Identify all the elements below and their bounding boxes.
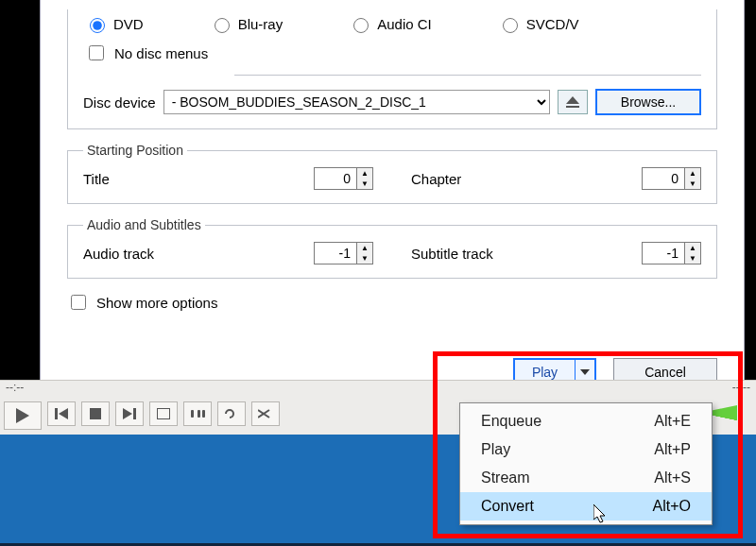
menu-enqueue-label: Enqueue [481, 413, 541, 430]
svg-marker-4 [123, 408, 132, 419]
menu-stream[interactable]: Stream Alt+S [460, 464, 712, 492]
menu-enqueue-accel: Alt+E [654, 413, 691, 430]
chapter-spinner[interactable]: ▲▼ [642, 167, 701, 190]
audio-subtitles-group: Audio and Subtitles Audio track ▲▼ Subti… [67, 217, 717, 279]
time-total: --:-- [732, 381, 750, 398]
show-more-input[interactable] [71, 295, 86, 310]
svg-marker-9 [580, 369, 590, 375]
browse-button[interactable]: Browse... [595, 89, 701, 115]
chevron-down-icon [580, 369, 590, 375]
no-disc-menus-input[interactable] [89, 45, 104, 60]
audio-up[interactable]: ▲ [357, 243, 372, 253]
radio-dvd-label: DVD [113, 16, 144, 32]
no-disc-menus-checkbox[interactable]: No disc menus [83, 43, 701, 63]
audio-subtitles-legend: Audio and Subtitles [83, 217, 205, 232]
next-track-button[interactable] [115, 401, 144, 426]
play-button-toolbar[interactable] [4, 401, 42, 430]
radio-dvd-input[interactable] [90, 18, 105, 33]
radio-svcd[interactable]: SVCD/V [498, 15, 579, 33]
eject-button[interactable] [558, 90, 588, 114]
audio-down[interactable]: ▼ [357, 253, 372, 264]
show-more-options-checkbox[interactable]: Show more options [67, 292, 717, 313]
chapter-up[interactable]: ▲ [685, 168, 700, 179]
radio-audiocd[interactable]: Audio CI [349, 15, 432, 33]
fullscreen-button[interactable] [149, 401, 178, 426]
prev-track-button[interactable] [47, 401, 76, 426]
loop-button[interactable] [217, 401, 246, 426]
play-dropdown-menu: Enqueue Alt+E Play Alt+P Stream Alt+S Co… [459, 402, 713, 525]
svg-rect-5 [133, 408, 136, 419]
radio-bluray-input[interactable] [215, 18, 230, 33]
disc-device-label: Disc device [83, 94, 156, 111]
eject-icon [565, 95, 580, 109]
disc-selection-group: DVD Blu-ray Audio CI SVCD/V No disc menu… [67, 9, 717, 129]
radio-audiocd-label: Audio CI [377, 16, 432, 32]
menu-play[interactable]: Play Alt+P [460, 435, 712, 464]
chapter-label: Chapter [411, 171, 461, 187]
audio-track-spinner[interactable]: ▲▼ [314, 242, 373, 264]
radio-bluray-label: Blu-ray [238, 16, 284, 32]
title-down[interactable]: ▼ [357, 179, 372, 189]
disc-device-select[interactable]: - BOSOM_BUDDIES_SEASON_2_DISC_1 [163, 90, 550, 114]
no-disc-menus-label: No disc menus [114, 45, 208, 61]
svg-rect-1 [55, 408, 58, 419]
menu-stream-label: Stream [481, 469, 530, 486]
title-up[interactable]: ▲ [357, 168, 372, 179]
playlist-button[interactable] [183, 401, 212, 426]
svg-rect-6 [157, 408, 170, 419]
open-media-dialog: DVD Blu-ray Audio CI SVCD/V No disc menu… [40, 0, 745, 399]
svg-marker-7 [566, 96, 579, 104]
title-input[interactable] [315, 168, 356, 189]
radio-svcd-input[interactable] [503, 18, 518, 33]
subtitle-track-input[interactable] [643, 243, 684, 264]
starting-position-group: Starting Position Title ▲▼ Chapter ▲▼ [67, 143, 717, 204]
radio-svcd-label: SVCD/V [526, 16, 579, 32]
menu-play-label: Play [481, 441, 510, 458]
chapter-down[interactable]: ▼ [685, 179, 700, 189]
svg-marker-0 [16, 408, 29, 423]
menu-convert[interactable]: Convert Alt+O [460, 492, 712, 520]
svg-marker-10 [593, 504, 605, 522]
starting-position-legend: Starting Position [83, 143, 187, 158]
subtitle-track-label: Subtitle track [411, 246, 493, 262]
subtitle-track-spinner[interactable]: ▲▼ [642, 242, 701, 264]
mouse-cursor [593, 504, 610, 525]
random-button[interactable] [251, 401, 280, 426]
svg-rect-3 [90, 408, 101, 419]
show-more-label: Show more options [96, 295, 217, 311]
title-label: Title [83, 171, 110, 187]
chapter-input[interactable] [643, 168, 684, 189]
svg-marker-2 [59, 408, 68, 419]
time-elapsed: --:-- [6, 381, 24, 398]
radio-bluray[interactable]: Blu-ray [210, 15, 284, 33]
stop-button[interactable] [81, 401, 110, 426]
menu-stream-accel: Alt+S [654, 469, 691, 486]
svg-rect-8 [566, 106, 579, 108]
subtitle-down[interactable]: ▼ [685, 253, 700, 264]
menu-convert-accel: Alt+O [653, 498, 691, 515]
menu-enqueue[interactable]: Enqueue Alt+E [460, 407, 712, 435]
audio-track-label: Audio track [83, 246, 154, 262]
audio-track-input[interactable] [315, 243, 356, 264]
menu-convert-label: Convert [481, 498, 534, 515]
radio-dvd[interactable]: DVD [85, 15, 144, 33]
menu-play-accel: Alt+P [654, 441, 691, 458]
subtitle-up[interactable]: ▲ [685, 243, 700, 253]
title-spinner[interactable]: ▲▼ [314, 167, 373, 190]
radio-audiocd-input[interactable] [353, 18, 369, 33]
